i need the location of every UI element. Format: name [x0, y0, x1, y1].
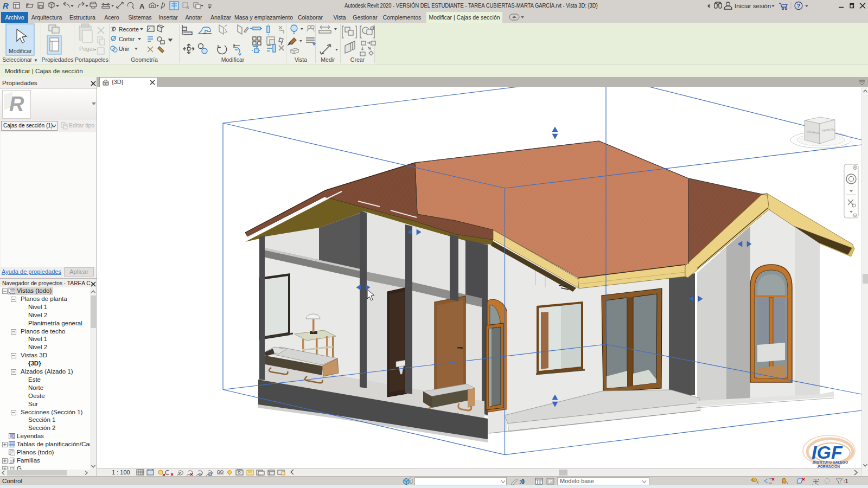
svg-text:A: A — [139, 2, 145, 10]
svg-text:R: R — [3, 1, 9, 10]
svg-text:Pegar: Pegar — [79, 46, 95, 52]
svg-text:R: R — [9, 93, 24, 115]
svg-text:IGF: IGF — [812, 442, 843, 463]
svg-text:?: ? — [797, 3, 801, 9]
svg-text:Iniciar sesión: Iniciar sesión — [735, 3, 771, 9]
svg-text::1: :1 — [844, 478, 848, 484]
svg-text:Modificar: Modificar — [9, 48, 32, 54]
svg-text:Recorte: Recorte — [119, 26, 139, 33]
svg-text:.INSTITUTO GALEGO: .INSTITUTO GALEGO — [812, 460, 848, 464]
svg-text::0: :0 — [519, 478, 525, 485]
svg-text:Cortar: Cortar — [119, 36, 135, 42]
svg-text:Unir: Unir — [119, 46, 130, 52]
